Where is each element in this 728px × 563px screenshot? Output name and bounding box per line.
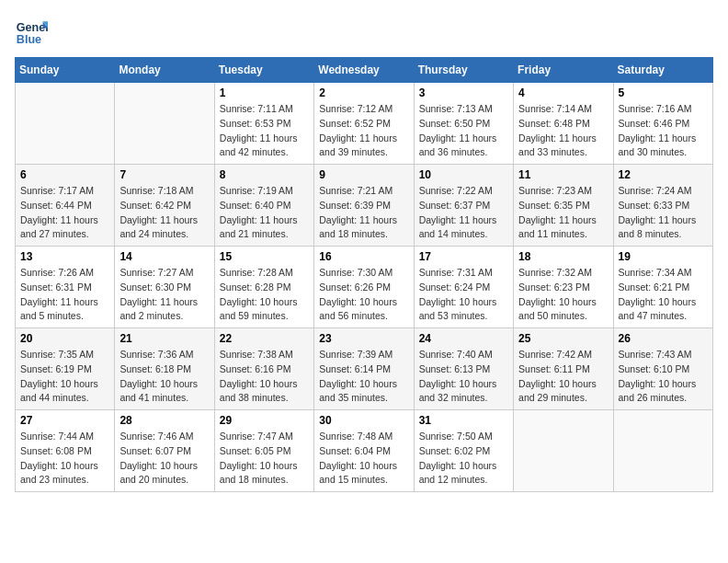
calendar-cell: 21Sunrise: 7:36 AMSunset: 6:18 PMDayligh… xyxy=(115,328,214,410)
calendar-cell: 19Sunrise: 7:34 AMSunset: 6:21 PMDayligh… xyxy=(613,247,712,328)
calendar-cell: 8Sunrise: 7:19 AMSunset: 6:40 PMDaylight… xyxy=(214,165,313,247)
calendar-cell: 3Sunrise: 7:13 AMSunset: 6:50 PMDaylight… xyxy=(414,83,513,165)
calendar-cell: 1Sunrise: 7:11 AMSunset: 6:53 PMDaylight… xyxy=(214,83,313,165)
day-number: 14 xyxy=(119,250,209,263)
calendar-cell: 31Sunrise: 7:50 AMSunset: 6:02 PMDayligh… xyxy=(414,410,513,492)
day-info: Sunrise: 7:22 AMSunset: 6:37 PMDaylight:… xyxy=(419,184,508,242)
calendar-cell: 11Sunrise: 7:23 AMSunset: 6:35 PMDayligh… xyxy=(514,165,613,247)
day-info: Sunrise: 7:19 AMSunset: 6:40 PMDaylight:… xyxy=(220,184,309,242)
calendar-cell: 24Sunrise: 7:40 AMSunset: 6:13 PMDayligh… xyxy=(414,328,513,410)
day-number: 21 xyxy=(119,332,209,345)
day-number: 8 xyxy=(220,168,309,181)
calendar-cell: 16Sunrise: 7:30 AMSunset: 6:26 PMDayligh… xyxy=(314,247,414,328)
calendar-cell: 28Sunrise: 7:46 AMSunset: 6:07 PMDayligh… xyxy=(115,410,214,492)
day-number: 19 xyxy=(619,250,708,263)
calendar-cell: 23Sunrise: 7:39 AMSunset: 6:14 PMDayligh… xyxy=(314,328,414,410)
day-number: 25 xyxy=(518,332,608,345)
calendar-header: SundayMondayTuesdayWednesdayThursdayFrid… xyxy=(16,58,713,83)
day-number: 3 xyxy=(419,86,508,99)
day-number: 22 xyxy=(220,332,309,345)
day-number: 27 xyxy=(20,414,109,427)
day-number: 11 xyxy=(518,168,608,181)
day-number: 5 xyxy=(619,86,708,99)
day-number: 31 xyxy=(419,414,508,427)
day-info: Sunrise: 7:17 AMSunset: 6:44 PMDaylight:… xyxy=(20,184,109,242)
calendar-cell: 17Sunrise: 7:31 AMSunset: 6:24 PMDayligh… xyxy=(414,247,513,328)
day-number: 28 xyxy=(119,414,209,427)
calendar-cell: 14Sunrise: 7:27 AMSunset: 6:30 PMDayligh… xyxy=(115,247,214,328)
day-number: 12 xyxy=(619,168,708,181)
calendar-cell: 2Sunrise: 7:12 AMSunset: 6:52 PMDaylight… xyxy=(314,83,414,165)
day-info: Sunrise: 7:48 AMSunset: 6:04 PMDaylight:… xyxy=(319,430,408,488)
day-info: Sunrise: 7:36 AMSunset: 6:18 PMDaylight:… xyxy=(119,348,209,406)
day-number: 6 xyxy=(20,168,109,181)
day-info: Sunrise: 7:43 AMSunset: 6:10 PMDaylight:… xyxy=(619,348,708,406)
day-info: Sunrise: 7:27 AMSunset: 6:30 PMDaylight:… xyxy=(119,266,209,324)
day-info: Sunrise: 7:21 AMSunset: 6:39 PMDaylight:… xyxy=(319,184,408,242)
svg-text:Blue: Blue xyxy=(17,33,41,46)
day-info: Sunrise: 7:32 AMSunset: 6:23 PMDaylight:… xyxy=(518,266,608,324)
day-info: Sunrise: 7:14 AMSunset: 6:48 PMDaylight:… xyxy=(518,102,608,160)
logo: General Blue xyxy=(15,15,51,48)
calendar-cell xyxy=(115,83,214,165)
day-number: 2 xyxy=(319,86,408,99)
day-number: 23 xyxy=(319,332,408,345)
day-info: Sunrise: 7:23 AMSunset: 6:35 PMDaylight:… xyxy=(518,184,608,242)
calendar-cell: 29Sunrise: 7:47 AMSunset: 6:05 PMDayligh… xyxy=(214,410,313,492)
day-info: Sunrise: 7:50 AMSunset: 6:02 PMDaylight:… xyxy=(419,430,508,488)
day-info: Sunrise: 7:35 AMSunset: 6:19 PMDaylight:… xyxy=(20,348,109,406)
day-info: Sunrise: 7:44 AMSunset: 6:08 PMDaylight:… xyxy=(20,430,109,488)
day-info: Sunrise: 7:24 AMSunset: 6:33 PMDaylight:… xyxy=(619,184,708,242)
header-row: SundayMondayTuesdayWednesdayThursdayFrid… xyxy=(16,58,713,83)
day-header-thursday: Thursday xyxy=(414,58,513,83)
day-number: 15 xyxy=(220,250,309,263)
day-info: Sunrise: 7:39 AMSunset: 6:14 PMDaylight:… xyxy=(319,348,408,406)
calendar-body: 1Sunrise: 7:11 AMSunset: 6:53 PMDaylight… xyxy=(16,83,713,492)
week-row: 27Sunrise: 7:44 AMSunset: 6:08 PMDayligh… xyxy=(16,410,713,492)
day-info: Sunrise: 7:11 AMSunset: 6:53 PMDaylight:… xyxy=(220,102,309,160)
day-number: 17 xyxy=(419,250,508,263)
day-header-tuesday: Tuesday xyxy=(214,58,313,83)
day-header-monday: Monday xyxy=(115,58,214,83)
day-number: 18 xyxy=(518,250,608,263)
calendar-cell: 15Sunrise: 7:28 AMSunset: 6:28 PMDayligh… xyxy=(214,247,313,328)
day-number: 7 xyxy=(119,168,209,181)
calendar-cell: 9Sunrise: 7:21 AMSunset: 6:39 PMDaylight… xyxy=(314,165,414,247)
logo-icon: General Blue xyxy=(15,15,48,48)
day-number: 26 xyxy=(619,332,708,345)
day-info: Sunrise: 7:47 AMSunset: 6:05 PMDaylight:… xyxy=(220,430,309,488)
calendar-cell: 7Sunrise: 7:18 AMSunset: 6:42 PMDaylight… xyxy=(115,165,214,247)
day-info: Sunrise: 7:18 AMSunset: 6:42 PMDaylight:… xyxy=(119,184,209,242)
calendar-cell: 27Sunrise: 7:44 AMSunset: 6:08 PMDayligh… xyxy=(16,410,115,492)
calendar-cell: 26Sunrise: 7:43 AMSunset: 6:10 PMDayligh… xyxy=(613,328,712,410)
calendar-cell: 22Sunrise: 7:38 AMSunset: 6:16 PMDayligh… xyxy=(214,328,313,410)
calendar-cell: 13Sunrise: 7:26 AMSunset: 6:31 PMDayligh… xyxy=(16,247,115,328)
week-row: 1Sunrise: 7:11 AMSunset: 6:53 PMDaylight… xyxy=(16,83,713,165)
week-row: 13Sunrise: 7:26 AMSunset: 6:31 PMDayligh… xyxy=(16,247,713,328)
calendar-cell xyxy=(514,410,613,492)
calendar-table: SundayMondayTuesdayWednesdayThursdayFrid… xyxy=(15,57,713,492)
day-number: 1 xyxy=(220,86,309,99)
day-number: 10 xyxy=(419,168,508,181)
day-info: Sunrise: 7:28 AMSunset: 6:28 PMDaylight:… xyxy=(220,266,309,324)
day-info: Sunrise: 7:34 AMSunset: 6:21 PMDaylight:… xyxy=(619,266,708,324)
day-header-saturday: Saturday xyxy=(613,58,712,83)
calendar-cell: 30Sunrise: 7:48 AMSunset: 6:04 PMDayligh… xyxy=(314,410,414,492)
day-number: 20 xyxy=(20,332,109,345)
day-info: Sunrise: 7:12 AMSunset: 6:52 PMDaylight:… xyxy=(319,102,408,160)
week-row: 6Sunrise: 7:17 AMSunset: 6:44 PMDaylight… xyxy=(16,165,713,247)
day-info: Sunrise: 7:26 AMSunset: 6:31 PMDaylight:… xyxy=(20,266,109,324)
day-info: Sunrise: 7:30 AMSunset: 6:26 PMDaylight:… xyxy=(319,266,408,324)
calendar-cell: 20Sunrise: 7:35 AMSunset: 6:19 PMDayligh… xyxy=(16,328,115,410)
calendar-cell: 12Sunrise: 7:24 AMSunset: 6:33 PMDayligh… xyxy=(613,165,712,247)
header: General Blue xyxy=(15,15,713,48)
calendar-cell xyxy=(613,410,712,492)
day-info: Sunrise: 7:40 AMSunset: 6:13 PMDaylight:… xyxy=(419,348,508,406)
day-header-sunday: Sunday xyxy=(16,58,115,83)
calendar-cell xyxy=(16,83,115,165)
day-number: 30 xyxy=(319,414,408,427)
day-info: Sunrise: 7:46 AMSunset: 6:07 PMDaylight:… xyxy=(119,430,209,488)
day-info: Sunrise: 7:38 AMSunset: 6:16 PMDaylight:… xyxy=(220,348,309,406)
day-info: Sunrise: 7:31 AMSunset: 6:24 PMDaylight:… xyxy=(419,266,508,324)
day-number: 13 xyxy=(20,250,109,263)
